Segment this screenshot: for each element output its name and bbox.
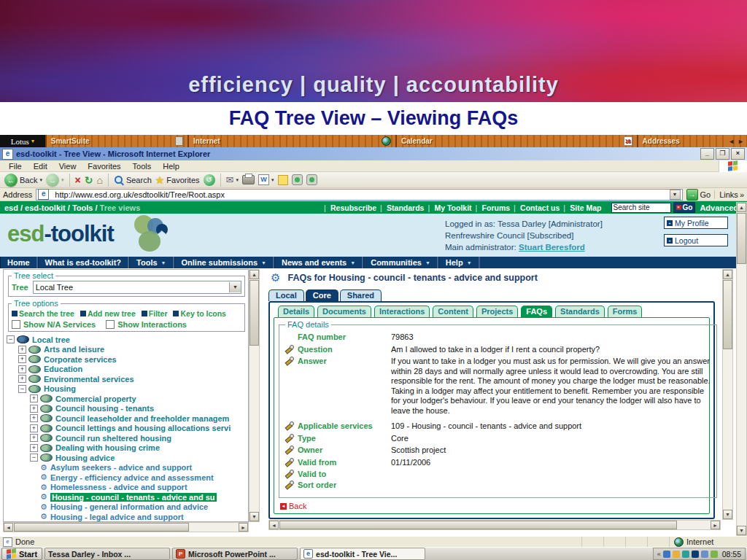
- scroll-thumb[interactable]: [14, 523, 189, 532]
- tray-icon[interactable]: [692, 551, 699, 558]
- tree-item[interactable]: −Housing: [7, 384, 248, 394]
- scroll-right-icon[interactable]: ►: [711, 521, 720, 529]
- scroll-thumb[interactable]: [279, 521, 677, 529]
- start-button[interactable]: Start: [1, 548, 42, 560]
- nav-what-is[interactable]: What is esd-toolkit?: [38, 257, 130, 268]
- scroll-down-icon[interactable]: ▼: [723, 510, 732, 519]
- lotus-section-smartsuite[interactable]: SmartSuite: [45, 135, 187, 147]
- nav-help[interactable]: Help▼: [438, 257, 480, 268]
- edit-key-icon[interactable]: [285, 446, 294, 454]
- nav-communities[interactable]: Communities▼: [363, 257, 438, 268]
- scroll-thumb[interactable]: [737, 213, 746, 264]
- tree-item[interactable]: +Arts and leisure: [7, 345, 248, 355]
- back-button[interactable]: ← Back ▾: [4, 174, 42, 187]
- link-contact-us[interactable]: Contact us: [515, 203, 565, 212]
- tree-item[interactable]: ⚙Housing - general information and advic…: [7, 502, 248, 513]
- scroll-left-icon[interactable]: ◄: [4, 523, 13, 532]
- add-tree-link[interactable]: Add new tree: [80, 309, 136, 318]
- menu-edit[interactable]: Edit: [28, 162, 53, 171]
- tab-core[interactable]: Core: [306, 289, 338, 301]
- refresh-button[interactable]: ↻: [85, 174, 93, 187]
- expand-icon[interactable]: +: [30, 434, 38, 442]
- main-administrator-link[interactable]: Stuart Beresford: [519, 243, 585, 252]
- menu-favorites[interactable]: Favorites: [82, 162, 126, 171]
- scroll-thumb[interactable]: [723, 280, 732, 349]
- lotus-section-calendar[interactable]: Calendar 16: [395, 135, 637, 147]
- tray-icon[interactable]: [663, 551, 670, 558]
- address-input[interactable]: e http://www.esd.org.uk/esdtoolkit/Tree/…: [36, 189, 682, 201]
- lotus-section-addresses[interactable]: Addresses: [637, 135, 729, 147]
- expand-icon[interactable]: +: [18, 355, 26, 363]
- tree-vertical-scrollbar[interactable]: ▲ ▼: [249, 269, 260, 522]
- show-interactions-checkbox[interactable]: Show Interactions: [106, 320, 187, 329]
- task-button-powerpoint[interactable]: P Microsoft PowerPoint ...: [172, 548, 298, 560]
- tree-item[interactable]: −Housing advice: [7, 453, 248, 463]
- link-forums[interactable]: Forums: [477, 203, 516, 212]
- edit-key-icon[interactable]: [285, 434, 294, 443]
- tree-item[interactable]: ⚙Homelessness - advice and support: [7, 483, 248, 493]
- address-dropdown-button[interactable]: ▼: [670, 190, 681, 200]
- lotus-bar-controls[interactable]: ◄ ►: [728, 135, 747, 147]
- faq-horizontal-scrollbar[interactable]: ◄ ►: [268, 520, 721, 530]
- expand-icon[interactable]: +: [30, 424, 38, 432]
- site-search-input[interactable]: Search site: [611, 203, 671, 213]
- tree-item[interactable]: +Council leaseholder and freeholder mana…: [7, 413, 248, 424]
- edit-key-icon[interactable]: [285, 421, 294, 430]
- tree-item[interactable]: ⚙Housing - legal advice and support: [7, 512, 248, 522]
- scroll-down-icon[interactable]: ▼: [249, 512, 259, 521]
- research-button[interactable]: [292, 174, 303, 185]
- expand-icon[interactable]: +: [18, 375, 26, 383]
- tab-content[interactable]: Content: [433, 306, 473, 317]
- nav-home[interactable]: Home: [0, 257, 38, 268]
- collapse-icon[interactable]: −: [7, 335, 15, 343]
- menu-view[interactable]: View: [53, 162, 82, 171]
- expand-icon[interactable]: +: [30, 394, 38, 402]
- tree-item[interactable]: +Education: [7, 365, 248, 375]
- tree-item-selected[interactable]: ⚙Housing - council - tenants - advice an…: [7, 492, 248, 502]
- links-button[interactable]: Links »: [714, 190, 744, 199]
- edit-button[interactable]: W ▾: [258, 174, 274, 185]
- menu-tools[interactable]: Tools: [127, 162, 158, 171]
- tray-expand-icon[interactable]: «: [657, 551, 661, 558]
- edit-key-icon[interactable]: [285, 481, 294, 489]
- mail-button[interactable]: ✉ ▾: [226, 174, 239, 185]
- favorites-button[interactable]: ★ Favorites: [155, 174, 200, 186]
- edit-key-icon[interactable]: [285, 470, 294, 478]
- home-button[interactable]: ⌂: [96, 174, 102, 187]
- page-vertical-scrollbar[interactable]: ▲ ▼: [736, 202, 747, 536]
- tree-item[interactable]: −Local tree: [7, 335, 248, 345]
- tree-horizontal-scrollbar[interactable]: ◄ ►: [3, 522, 249, 532]
- tray-icon[interactable]: [673, 551, 680, 558]
- site-search-go-button[interactable]: × Go: [673, 202, 696, 213]
- search-button[interactable]: Search: [114, 175, 152, 185]
- menu-help[interactable]: Help: [157, 162, 185, 171]
- faq-vertical-scrollbar[interactable]: ▲ ▼: [722, 269, 733, 520]
- tree-item[interactable]: ⚙Energy - efficiency advice and assessme…: [7, 472, 248, 483]
- tree-select-dropdown[interactable]: Local Tree ▼: [33, 281, 241, 294]
- close-button[interactable]: ×: [731, 148, 745, 160]
- tab-faqs[interactable]: FAQs: [521, 306, 552, 317]
- scroll-right-icon[interactable]: ►: [239, 523, 248, 532]
- print-button[interactable]: [242, 175, 255, 184]
- tree-item[interactable]: +Dealing with housing crime: [7, 443, 248, 454]
- tree-item[interactable]: +Commercial property: [7, 394, 248, 404]
- tree-item[interactable]: +Corporate services: [7, 354, 248, 365]
- tab-projects[interactable]: Projects: [476, 306, 518, 317]
- tab-shared[interactable]: Shared: [340, 289, 382, 301]
- lotus-menu-button[interactable]: Lotus ▾: [0, 135, 45, 147]
- stop-button[interactable]: ×: [75, 174, 81, 187]
- scroll-up-icon[interactable]: ▲: [723, 270, 732, 279]
- link-standards[interactable]: Standards: [382, 203, 429, 212]
- tray-icon[interactable]: [711, 551, 718, 558]
- nav-news-events[interactable]: News and events▼: [274, 257, 363, 268]
- tab-documents[interactable]: Documents: [317, 306, 371, 317]
- show-na-services-checkbox[interactable]: Show N/A Services: [12, 320, 96, 329]
- scroll-thumb[interactable]: [249, 280, 259, 346]
- task-button-inbox[interactable]: Tessa Darley - Inbox ...: [44, 548, 170, 560]
- restore-button[interactable]: ❐: [716, 148, 729, 160]
- messenger-button[interactable]: [306, 174, 317, 185]
- scroll-up-icon[interactable]: ▲: [249, 270, 259, 279]
- expand-icon[interactable]: +: [18, 346, 26, 354]
- task-button-esd-toolkit[interactable]: e esd-toolkit - Tree Vie...: [300, 548, 425, 560]
- scroll-up-icon[interactable]: ▲: [737, 203, 746, 212]
